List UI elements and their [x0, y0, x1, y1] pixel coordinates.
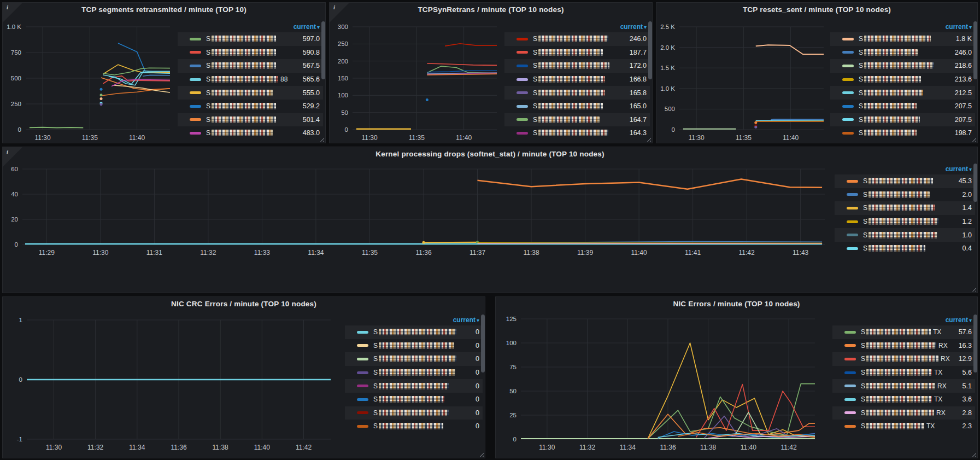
legend-sort-current[interactable]: current [946, 316, 968, 324]
legend-row[interactable]: S45.3 [835, 174, 975, 188]
series-color-swatch[interactable] [847, 247, 858, 250]
series-color-swatch[interactable] [190, 65, 201, 67]
legend-row[interactable]: S2.0 [835, 188, 975, 202]
legend-scrollbar[interactable] [973, 164, 977, 202]
legend-row[interactable]: S1.0 [835, 228, 975, 242]
series-color-swatch[interactable] [844, 358, 856, 360]
chart-plot[interactable]: 025507510012511:3011:3211:3411:3611:3811… [521, 319, 815, 439]
series-color-swatch[interactable] [842, 51, 854, 54]
series-color-swatch[interactable] [842, 91, 854, 94]
legend-row[interactable]: S198.7 [830, 126, 975, 140]
legend-row[interactable]: S0 [345, 379, 483, 393]
series-color-swatch[interactable] [357, 385, 368, 387]
legend-sort-current[interactable]: current [946, 23, 968, 31]
legend-row[interactable]: SRX5.1 [832, 379, 975, 393]
legend-row[interactable]: S165.0 [504, 100, 650, 113]
legend-sort-current[interactable]: current [620, 23, 643, 31]
legend-row[interactable]: S246.0 [830, 46, 975, 60]
legend-row[interactable]: SRX12.9 [832, 352, 975, 366]
legend-row[interactable]: S483.0 [178, 126, 323, 140]
sort-caret-icon[interactable]: ▾ [969, 166, 972, 172]
panel-title[interactable]: NIC CRC Errors / minute (TOP 10 nodes) [3, 300, 485, 308]
legend-row[interactable]: S567.5 [178, 59, 323, 73]
series-color-swatch[interactable] [517, 51, 528, 54]
series-color-swatch[interactable] [842, 105, 854, 108]
panel-title[interactable]: TCPSynRetrans / minute (TOP 10 nodes) [330, 5, 652, 14]
series-color-swatch[interactable] [517, 105, 528, 108]
legend-row[interactable]: S555.0 [178, 86, 323, 100]
legend-row[interactable]: S165.8 [504, 86, 650, 100]
chart-plot[interactable]: 02505007501.0 K11:3011:3511:40 [26, 27, 170, 130]
series-color-swatch[interactable] [357, 371, 368, 374]
legend-row[interactable]: S172.0 [504, 59, 650, 73]
legend-row[interactable]: S590.8 [178, 46, 323, 60]
legend-row[interactable]: STX2.3 [832, 420, 975, 433]
legend-row[interactable]: S207.5 [830, 113, 975, 127]
sort-caret-icon[interactable]: ▾ [317, 24, 320, 30]
legend-scrollbar[interactable] [973, 21, 977, 79]
legend-row[interactable]: S218.6 [830, 59, 975, 73]
panel-title[interactable]: TCP resets_sent / minute (TOP 10 nodes) [656, 5, 977, 14]
sort-caret-icon[interactable]: ▾ [477, 317, 479, 323]
series-color-swatch[interactable] [357, 411, 368, 414]
series-color-swatch[interactable] [190, 78, 201, 81]
legend-row[interactable]: STX5.6 [832, 366, 975, 380]
panel-title[interactable]: TCP segments retransmited / minute (TOP … [3, 5, 325, 14]
legend-row[interactable]: S0 [345, 406, 483, 420]
series-color-swatch[interactable] [517, 78, 528, 81]
series-color-swatch[interactable] [190, 118, 201, 121]
legend-row[interactable]: S0.4 [835, 242, 975, 255]
legend-row[interactable]: S164.7 [504, 113, 650, 127]
panel-resize-handle[interactable] [971, 286, 976, 292]
chart-plot[interactable]: 020406011:2911:3011:3111:3211:3311:3411:… [22, 169, 825, 244]
panel-resize-handle[interactable] [971, 451, 976, 457]
series-color-swatch[interactable] [842, 38, 854, 40]
legend-row[interactable]: S88565.6 [178, 73, 323, 86]
legend-row[interactable]: S1.8 K [830, 32, 975, 46]
legend-scrollbar[interactable] [321, 21, 325, 79]
legend-row[interactable]: S0 [345, 366, 483, 380]
chart-plot[interactable]: 05001.0 K1.5 K2.0 K2.5 K11:3011:3511:40 [679, 27, 824, 130]
legend-row[interactable]: STX57.6 [832, 325, 975, 339]
series-color-swatch[interactable] [842, 65, 854, 67]
legend-row[interactable]: S164.3 [504, 126, 650, 140]
legend-row[interactable]: S187.7 [504, 46, 650, 60]
legend-scrollbar[interactable] [973, 315, 977, 372]
series-color-swatch[interactable] [844, 425, 856, 428]
sort-caret-icon[interactable]: ▾ [644, 24, 647, 30]
series-color-swatch[interactable] [847, 180, 858, 183]
chart-plot[interactable]: -10111:3011:3211:3411:3611:3811:4011:42 [27, 320, 331, 439]
series-color-swatch[interactable] [190, 51, 201, 54]
series-color-swatch[interactable] [844, 411, 856, 414]
legend-row[interactable]: S1.2 [835, 215, 975, 229]
series-color-swatch[interactable] [190, 105, 201, 108]
series-color-swatch[interactable] [844, 371, 856, 374]
legend-row[interactable]: S0 [345, 339, 483, 353]
legend-row[interactable]: S0 [345, 393, 483, 406]
legend-row[interactable]: S0 [345, 420, 483, 433]
panel-title[interactable]: NIC Errors / minute (TOP 10 nodes) [496, 300, 977, 308]
legend-row[interactable]: S212.5 [830, 86, 975, 100]
series-color-swatch[interactable] [844, 331, 856, 334]
sort-caret-icon[interactable]: ▾ [969, 317, 972, 323]
series-color-swatch[interactable] [842, 118, 854, 121]
legend-row[interactable]: S597.0 [178, 32, 323, 46]
series-color-swatch[interactable] [357, 344, 368, 347]
series-color-swatch[interactable] [517, 65, 528, 67]
series-color-swatch[interactable] [357, 358, 368, 360]
legend-row[interactable]: S501.4 [178, 113, 323, 127]
series-color-swatch[interactable] [190, 91, 201, 94]
series-color-swatch[interactable] [357, 425, 368, 428]
series-color-swatch[interactable] [190, 132, 201, 135]
legend-row[interactable]: S529.2 [178, 100, 323, 113]
legend-sort-current[interactable]: current [453, 316, 476, 324]
series-color-swatch[interactable] [847, 193, 858, 196]
series-color-swatch[interactable] [847, 234, 858, 236]
series-color-swatch[interactable] [842, 78, 854, 81]
sort-caret-icon[interactable]: ▾ [969, 24, 972, 30]
legend-sort-current[interactable]: current [946, 165, 968, 173]
legend-row[interactable]: STX3.6 [832, 393, 975, 406]
series-color-swatch[interactable] [357, 398, 368, 401]
series-color-swatch[interactable] [517, 38, 528, 40]
series-color-swatch[interactable] [844, 344, 856, 347]
